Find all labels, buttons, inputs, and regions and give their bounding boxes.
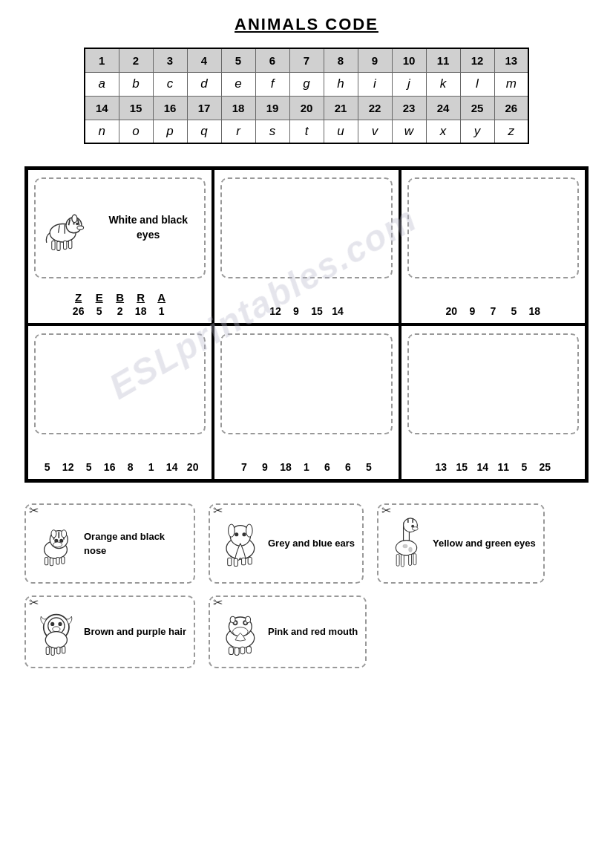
- answer-letter: Z: [75, 289, 82, 305]
- answer-number: 5: [86, 461, 92, 473]
- answer-letter: B: [116, 289, 124, 305]
- scissors-icon: ✂: [381, 503, 391, 518]
- answer-letter: [507, 289, 520, 305]
- answer-letter: [300, 445, 313, 461]
- svg-point-56: [45, 632, 67, 648]
- answer-number: 5: [366, 461, 372, 473]
- puzzle-cell-lion: 1291514: [213, 169, 399, 324]
- answer-number: 14: [477, 461, 489, 473]
- svg-rect-58: [51, 647, 54, 655]
- svg-rect-50: [413, 554, 416, 565]
- code-number: 21: [324, 96, 358, 120]
- code-number: 6: [255, 48, 289, 72]
- answer-letter: [455, 445, 468, 461]
- answer-number: 9: [293, 305, 299, 317]
- answer-letter: E: [96, 289, 103, 305]
- code-number: 25: [460, 96, 494, 120]
- answer-letter: [41, 445, 54, 461]
- answer-number: 11: [498, 461, 510, 473]
- answer-letter: [434, 445, 448, 461]
- svg-rect-12: [69, 240, 72, 248]
- svg-point-54: [58, 622, 62, 626]
- svg-rect-25: [50, 558, 53, 565]
- svg-rect-60: [62, 646, 65, 653]
- picture-box-otter: [407, 177, 579, 278]
- code-number: 16: [153, 96, 187, 120]
- answer-letter: [538, 445, 551, 461]
- code-letter: x: [426, 120, 460, 143]
- code-letter: p: [153, 120, 187, 143]
- code-letter: b: [119, 72, 153, 96]
- code-number: 26: [494, 96, 528, 120]
- answer-number: 7: [490, 305, 496, 317]
- svg-point-21: [53, 542, 62, 547]
- svg-rect-48: [401, 555, 404, 567]
- answer-number: 14: [166, 461, 178, 473]
- answer-number: 15: [456, 461, 468, 473]
- answer-letter: [486, 289, 499, 305]
- answer-letter: [186, 445, 200, 461]
- page-title: ANIMALS CODE: [22, 15, 591, 34]
- svg-rect-72: [240, 647, 245, 653]
- code-number: 4: [187, 48, 221, 72]
- answer-letter: [165, 445, 179, 461]
- code-number: 17: [187, 96, 221, 120]
- scissors-icon: ✂: [29, 595, 39, 610]
- svg-point-53: [50, 622, 54, 626]
- svg-point-19: [59, 539, 63, 543]
- cutout-hint-elephant_cut: Grey and blue ears: [268, 536, 355, 551]
- answer-letter: [237, 445, 251, 461]
- answer-number: 5: [511, 305, 517, 317]
- svg-rect-9: [52, 241, 55, 249]
- cutouts-row: ✂ Brown and purple hair✂ Pink and red mo…: [24, 595, 589, 668]
- animal-drawing-hippo_cut: [217, 604, 262, 659]
- answer-row-zebra: Z26E5B2R18A1: [34, 289, 206, 317]
- code-number: 5: [221, 48, 255, 72]
- code-letter: w: [392, 120, 426, 143]
- code-number: 1: [85, 48, 119, 72]
- code-letter: j: [392, 72, 426, 96]
- code-number: 20: [289, 96, 324, 120]
- answer-row-monkey: 13151411525: [407, 445, 579, 473]
- puzzle-cell-monkey: 13151411525: [400, 324, 586, 480]
- answer-number: 25: [540, 461, 551, 473]
- code-number: 11: [426, 48, 460, 72]
- code-letter: q: [187, 120, 221, 143]
- answer-number: 20: [446, 305, 458, 317]
- code-number: 13: [494, 48, 528, 72]
- answer-number: 7: [241, 461, 247, 473]
- code-letter: e: [221, 72, 255, 96]
- animal-drawing-giraffe_cut: [386, 512, 427, 575]
- svg-point-13: [77, 226, 84, 229]
- answer-number: 5: [521, 461, 527, 473]
- svg-rect-73: [246, 646, 251, 653]
- answer-letter: [445, 289, 458, 305]
- code-number: 7: [289, 48, 324, 72]
- code-letter: n: [85, 120, 119, 143]
- answer-letter: [496, 445, 510, 461]
- code-letter: r: [221, 120, 255, 143]
- cutout-hint-lion_cut: Brown and purple hair: [84, 624, 186, 639]
- answer-number: 14: [332, 305, 344, 317]
- svg-point-31: [246, 524, 253, 537]
- cutout-card-giraffe_cut: ✂ Yellow and green eyes: [377, 503, 545, 584]
- code-letter: z: [494, 120, 528, 143]
- answer-letter: [289, 289, 303, 305]
- code-number: 15: [119, 96, 153, 120]
- answer-number: 5: [45, 461, 50, 473]
- answer-letter: [331, 289, 344, 305]
- answer-row-lion: 1291514: [220, 289, 392, 317]
- code-letter: y: [460, 120, 494, 143]
- answer-number: 1: [148, 461, 154, 473]
- code-letter: c: [153, 72, 187, 96]
- cutout-hint-tiger: Orange and black nose: [84, 529, 186, 558]
- scissors-icon: ✂: [213, 503, 223, 518]
- answer-number: 5: [96, 305, 102, 317]
- answer-row-gorilla: 79181665: [220, 445, 392, 473]
- code-letter: f: [255, 72, 289, 96]
- code-letter: s: [255, 120, 289, 143]
- code-number: 8: [324, 48, 358, 72]
- answer-letter: R: [137, 289, 145, 305]
- code-letter: i: [358, 72, 392, 96]
- answer-number: 2: [117, 305, 123, 317]
